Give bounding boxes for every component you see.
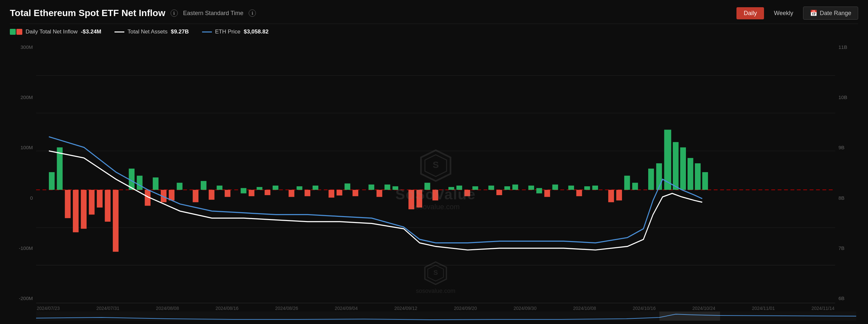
svg-rect-74 — [648, 168, 654, 190]
svg-rect-17 — [89, 190, 95, 215]
svg-rect-37 — [273, 186, 279, 190]
date-range-label: Date Range — [820, 10, 851, 17]
y-axis-right: 11B 10B 9B 8B 7B 6B — [835, 38, 858, 321]
legend-green-swatch — [10, 29, 16, 35]
calendar-icon: 📅 — [810, 9, 817, 17]
y-left-3: 100M — [10, 144, 33, 150]
x-label-2: 2024/08/08 — [156, 305, 179, 311]
legend-row: Daily Total Net Inflow -$3.24M Total Net… — [10, 24, 858, 38]
svg-rect-28 — [192, 190, 198, 202]
title-section: Total Ethereum Spot ETF Net Inflow ℹ Eas… — [10, 8, 256, 19]
x-label-6: 2024/09/12 — [394, 305, 417, 311]
title-info-icon[interactable]: ℹ — [170, 9, 178, 17]
svg-rect-72 — [624, 176, 630, 190]
svg-rect-70 — [608, 190, 614, 202]
svg-rect-68 — [584, 186, 590, 190]
chart-inner: S SoSoValue sosovalue.com S sosovalue.co… — [36, 38, 835, 321]
x-label-3: 2024/08/16 — [216, 305, 239, 311]
y-right-4: 8B — [838, 195, 858, 201]
svg-rect-64 — [544, 190, 550, 197]
y-left-6: -200M — [10, 295, 33, 301]
header-row: Total Ethereum Spot ETF Net Inflow ℹ Eas… — [10, 6, 858, 24]
svg-rect-36 — [265, 190, 271, 195]
svg-rect-73 — [632, 183, 638, 190]
mini-chart — [36, 312, 856, 321]
x-label-0: 2024/07/23 — [37, 305, 60, 311]
legend-blue-line — [202, 31, 212, 32]
timezone-label: Eastern Standard Time — [183, 10, 243, 17]
svg-rect-39 — [297, 186, 303, 190]
svg-rect-45 — [353, 190, 359, 196]
svg-rect-24 — [153, 177, 159, 190]
date-range-button[interactable]: 📅 Date Range — [803, 6, 858, 20]
svg-rect-50 — [408, 190, 414, 209]
svg-rect-29 — [201, 181, 207, 190]
svg-rect-77 — [673, 142, 679, 190]
svg-rect-18 — [97, 190, 103, 207]
svg-rect-78 — [680, 147, 686, 190]
weekly-button[interactable]: Weekly — [767, 7, 800, 19]
svg-rect-51 — [416, 190, 423, 207]
y-left-1: 300M — [10, 44, 33, 50]
controls-section: Daily Weekly 📅 Date Range — [737, 6, 858, 20]
y-axis-left: 300M 200M 100M 0 -100M -200M — [10, 38, 36, 321]
legend-inflow: Daily Total Net Inflow -$3.24M — [10, 29, 101, 35]
svg-rect-47 — [377, 190, 382, 197]
y-right-3: 9B — [838, 144, 858, 150]
svg-rect-31 — [217, 186, 223, 190]
page-title: Total Ethereum Spot ETF Net Inflow — [10, 8, 165, 19]
svg-rect-80 — [695, 163, 701, 190]
svg-rect-34 — [249, 190, 254, 196]
svg-rect-62 — [528, 186, 534, 190]
assets-value: $9.27B — [171, 29, 189, 35]
svg-rect-57 — [472, 186, 478, 190]
svg-rect-81 — [702, 172, 708, 190]
daily-button[interactable]: Daily — [737, 7, 764, 19]
main-chart-svg — [36, 38, 835, 321]
y-right-6: 6B — [838, 295, 858, 301]
svg-rect-27 — [177, 183, 183, 190]
svg-rect-60 — [504, 186, 510, 190]
x-label-5: 2024/09/04 — [335, 305, 358, 311]
svg-rect-38 — [289, 190, 294, 197]
svg-rect-15 — [73, 190, 79, 232]
eth-label: ETH Price — [215, 29, 241, 35]
svg-rect-63 — [536, 188, 542, 193]
x-label-9: 2024/10/08 — [573, 305, 596, 311]
svg-rect-61 — [513, 185, 518, 190]
svg-rect-59 — [496, 190, 502, 195]
x-label-11: 2024/10/24 — [692, 305, 715, 311]
svg-rect-16 — [81, 190, 87, 229]
svg-rect-67 — [577, 190, 582, 196]
x-label-8: 2024/09/30 — [514, 305, 536, 311]
svg-rect-40 — [304, 190, 310, 196]
legend-eth: ETH Price $3,058.82 — [202, 29, 269, 35]
y-left-2: 200M — [10, 94, 33, 100]
svg-rect-22 — [137, 176, 143, 190]
svg-rect-65 — [552, 185, 558, 190]
svg-rect-55 — [456, 186, 462, 190]
inflow-label: Daily Total Net Inflow — [26, 29, 78, 35]
svg-rect-12 — [49, 172, 55, 190]
timezone-info-icon[interactable]: ℹ — [249, 9, 256, 17]
svg-rect-49 — [392, 186, 398, 190]
svg-rect-48 — [384, 185, 391, 190]
svg-rect-58 — [489, 186, 494, 190]
x-label-12: 2024/11/01 — [752, 305, 775, 311]
y-left-5: -100M — [10, 245, 33, 251]
svg-rect-54 — [448, 187, 454, 190]
x-label-10: 2024/10/16 — [633, 305, 656, 311]
legend-red-swatch — [17, 29, 22, 35]
legend-white-line — [115, 31, 124, 32]
svg-rect-35 — [256, 187, 262, 190]
svg-rect-42 — [329, 190, 335, 198]
x-label-4: 2024/08/26 — [275, 305, 298, 311]
y-right-5: 7B — [838, 245, 858, 251]
assets-label: Total Net Assets — [128, 29, 167, 35]
svg-rect-52 — [425, 183, 430, 190]
svg-rect-33 — [241, 188, 247, 193]
svg-rect-84 — [659, 312, 720, 321]
x-axis: 2024/07/23 2024/07/31 2024/08/08 2024/08… — [36, 305, 835, 311]
chart-area: 300M 200M 100M 0 -100M -200M S SoSoValue… — [10, 38, 858, 321]
svg-rect-20 — [113, 190, 119, 252]
